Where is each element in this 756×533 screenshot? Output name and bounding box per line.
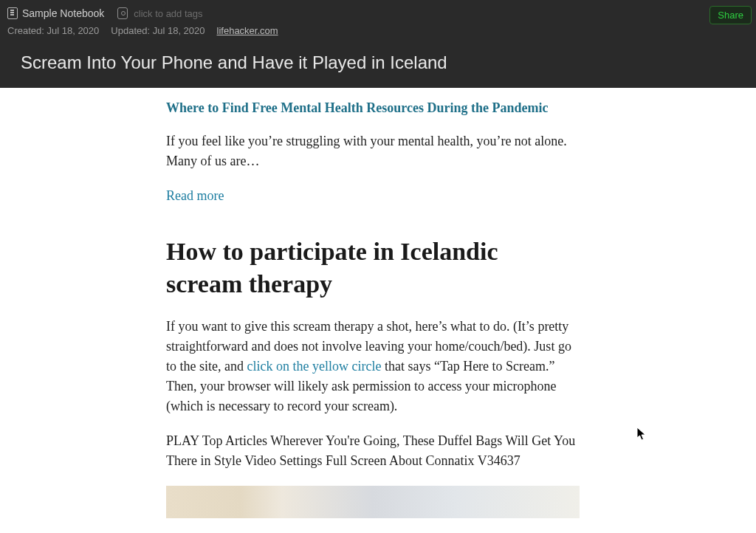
source-link[interactable]: lifehacker.com (217, 25, 278, 36)
section-heading: How to participate in Icelandic scream t… (166, 235, 580, 300)
related-excerpt: If you feel like you’re struggling with … (166, 131, 580, 171)
created-date: Created: Jul 18, 2020 (7, 25, 99, 36)
read-more-link[interactable]: Read more (166, 186, 224, 206)
related-article-link[interactable]: Where to Find Free Mental Health Resourc… (166, 98, 580, 118)
article-body: Where to Find Free Mental Health Resourc… (166, 98, 580, 518)
top-toolbar-row: Sample Notebook click to add tags Share (0, 0, 756, 25)
meta-row: Created: Jul 18, 2020 Updated: Jul 18, 2… (0, 25, 756, 47)
inline-link-yellow-circle[interactable]: click on the yellow circle (247, 359, 381, 374)
note-header: Sample Notebook click to add tags Share … (0, 0, 756, 88)
note-content-area: Where to Find Free Mental Health Resourc… (0, 88, 756, 525)
tag-icon (117, 7, 128, 19)
updated-date: Updated: Jul 18, 2020 (111, 25, 205, 36)
title-row: Scream Into Your Phone and Have it Playe… (0, 47, 756, 88)
share-button[interactable]: Share (709, 6, 752, 24)
notebook-name[interactable]: Sample Notebook (22, 7, 104, 19)
tags-input-placeholder[interactable]: click to add tags (134, 8, 202, 19)
note-title[interactable]: Scream Into Your Phone and Have it Playe… (21, 52, 735, 73)
notebook-icon (7, 7, 18, 19)
embedded-image (166, 486, 580, 518)
video-caption-text: PLAY Top Articles Wherever You're Going,… (166, 431, 580, 471)
body-paragraph-1: If you want to give this scream therapy … (166, 317, 580, 416)
